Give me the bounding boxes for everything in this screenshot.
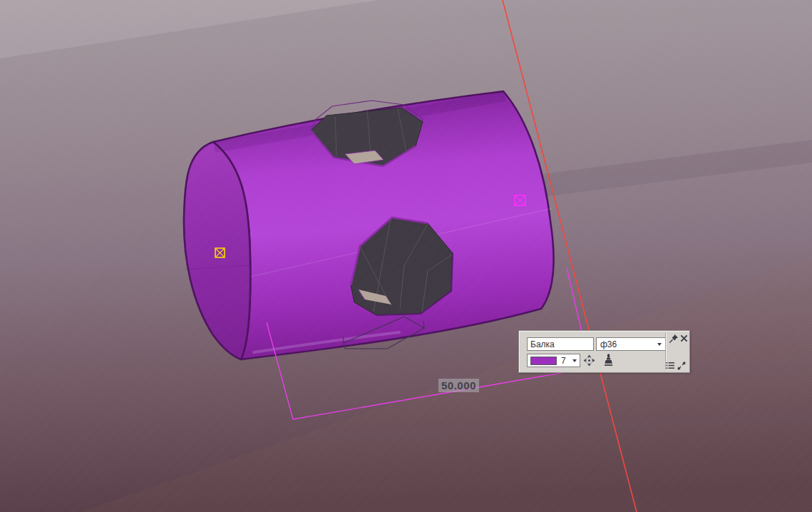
color-combo-value: 7 bbox=[561, 356, 566, 366]
chevron-down-icon bbox=[572, 359, 577, 362]
pushpin-icon[interactable] bbox=[669, 334, 679, 344]
application-viewport: { "viewport": { "type": "3d-model-view",… bbox=[0, 0, 812, 512]
color-swatch bbox=[530, 357, 557, 365]
move-icon[interactable] bbox=[583, 354, 595, 367]
color-combo[interactable]: 7 bbox=[527, 354, 580, 367]
paintbrush-icon[interactable] bbox=[603, 354, 614, 367]
options-list-icon[interactable] bbox=[666, 362, 675, 369]
collapse-diagonal-icon[interactable] bbox=[677, 362, 686, 370]
profile-combo[interactable]: ф36 bbox=[596, 337, 666, 351]
dimension-value-label[interactable]: 50.000 bbox=[438, 379, 479, 392]
chevron-down-icon bbox=[657, 343, 662, 346]
viewport-3d[interactable] bbox=[0, 0, 812, 512]
object-name-input[interactable] bbox=[527, 337, 594, 351]
profile-combo-value: ф36 bbox=[600, 339, 617, 349]
mini-toolbar: ф36 7 bbox=[518, 330, 690, 373]
close-icon[interactable] bbox=[680, 334, 688, 342]
